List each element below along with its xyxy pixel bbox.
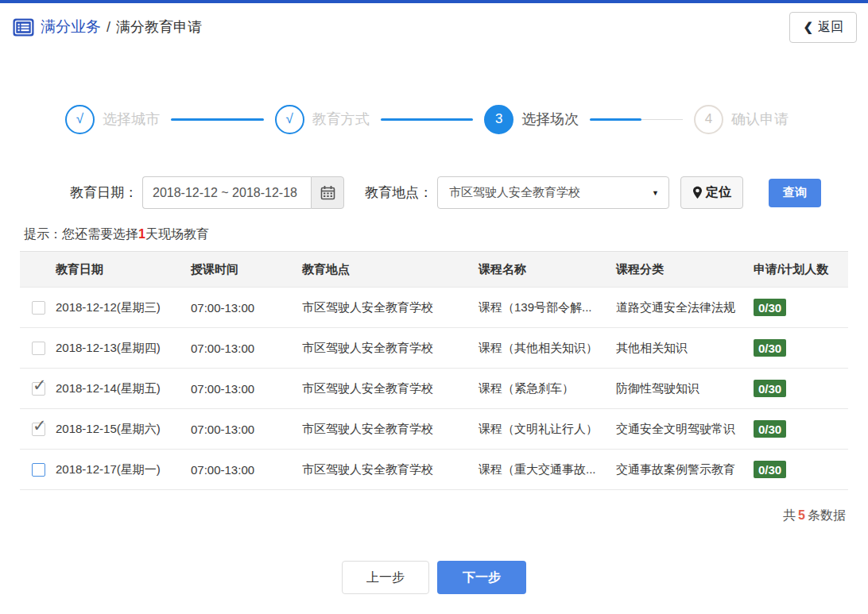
col-course-category: 课程分类 — [616, 252, 754, 288]
previous-step-button[interactable]: 上一步 — [342, 561, 429, 594]
session-table: 教育日期 授课时间 教育地点 课程名称 课程分类 申请/计划人数 ✓ 2018-… — [20, 251, 848, 490]
cell-course: 课程（文明礼让行人） — [479, 409, 616, 450]
cell-category: 防御性驾驶知识 — [616, 369, 754, 409]
locate-button[interactable]: 定位 — [680, 176, 743, 209]
back-button[interactable]: ❮ 返回 — [789, 12, 857, 43]
cell-course: 课程（其他相关知识） — [479, 328, 616, 369]
col-class-time: 授课时间 — [191, 252, 302, 288]
step-1-circle: √ — [65, 105, 95, 134]
step-connector-3 — [590, 118, 683, 121]
step-3-label: 选择场次 — [521, 110, 579, 129]
step-connector-1 — [171, 118, 264, 121]
caret-down-icon: ▼ — [652, 189, 659, 197]
table-row: ✓ 2018-12-17(星期一) 07:00-13:00 市区驾驶人安全教育学… — [20, 450, 848, 490]
step-2-circle: √ — [275, 105, 304, 134]
page-header: 满分业务 / 满分教育申请 ❮ 返回 — [0, 3, 868, 51]
calendar-button[interactable] — [311, 176, 344, 209]
checkbox-column-header — [20, 252, 56, 288]
hint-remaining-days: 1 — [138, 227, 145, 241]
row-checkbox[interactable]: ✓ — [32, 301, 45, 315]
summary-prefix: 共 — [783, 508, 796, 522]
cell-date: 2018-12-15(星期六) — [56, 409, 191, 450]
cell-time: 07:00-13:00 — [191, 328, 302, 369]
cell-category: 其他相关知识 — [616, 328, 754, 369]
cell-location: 市区驾驶人安全教育学校 — [302, 409, 479, 450]
next-step-button[interactable]: 下一步 — [437, 561, 526, 594]
table-row: ✓ 2018-12-12(星期三) 07:00-13:00 市区驾驶人安全教育学… — [20, 288, 848, 328]
record-count-summary: 共5条数据 — [0, 508, 846, 524]
step-select-city: √ 选择城市 — [65, 105, 160, 134]
step-connector-2 — [381, 118, 474, 121]
step-indicator: √ 选择城市 √ 教育方式 3 选择场次 4 确认申请 — [65, 103, 789, 135]
cell-time: 07:00-13:00 — [191, 450, 302, 490]
capacity-badge: 0/30 — [754, 380, 786, 397]
col-applied-planned: 申请/计划人数 — [754, 252, 848, 288]
cell-course: 课程（139号部令解... — [479, 288, 616, 328]
calendar-icon — [320, 185, 335, 200]
cell-category: 道路交通安全法律法规 — [616, 288, 754, 328]
cell-date: 2018-12-12(星期三) — [56, 288, 191, 328]
hint-prefix: 提示：您还需要选择 — [24, 227, 138, 241]
row-checkbox[interactable]: ✓ — [32, 423, 45, 436]
check-icon: ✓ — [33, 416, 47, 435]
cell-date: 2018-12-17(星期一) — [56, 450, 191, 490]
cell-location: 市区驾驶人安全教育学校 — [302, 450, 479, 490]
step-4-circle: 4 — [694, 105, 723, 134]
capacity-badge: 0/30 — [754, 299, 786, 316]
date-range-group — [142, 176, 344, 209]
cell-date: 2018-12-14(星期五) — [56, 369, 191, 409]
row-checkbox[interactable]: ✓ — [32, 342, 45, 355]
hint-suffix: 天现场教育 — [145, 227, 209, 241]
cell-time: 07:00-13:00 — [191, 369, 302, 409]
hint-message: 提示：您还需要选择1天现场教育 — [24, 226, 868, 243]
col-education-date: 教育日期 — [56, 252, 191, 288]
step-4-label: 确认申请 — [731, 110, 789, 129]
cell-date: 2018-12-13(星期四) — [56, 328, 191, 369]
breadcrumb-page-title: 满分教育申请 — [116, 17, 202, 37]
cell-location: 市区驾驶人安全教育学校 — [302, 369, 479, 409]
list-menu-icon — [13, 18, 34, 37]
step-3-circle: 3 — [484, 105, 513, 134]
step-education-mode: √ 教育方式 — [275, 105, 370, 134]
wizard-footer: 上一步 下一步 — [0, 561, 868, 594]
search-button[interactable]: 查询 — [769, 179, 821, 207]
capacity-badge: 0/30 — [754, 461, 786, 478]
cell-location: 市区驾驶人安全教育学校 — [302, 328, 479, 369]
chevron-left-icon: ❮ — [803, 20, 813, 34]
row-checkbox[interactable]: ✓ — [32, 382, 45, 396]
breadcrumb-section[interactable]: 满分业务 — [41, 17, 101, 37]
row-checkbox[interactable]: ✓ — [32, 463, 45, 477]
filter-bar: 教育日期： 教育地点： 市区驾驶人安全教育学校 ▼ 定位 查询 — [70, 176, 868, 209]
step-confirm-application: 4 确认申请 — [694, 105, 789, 134]
education-location-label: 教育地点： — [365, 183, 432, 202]
capacity-badge: 0/30 — [754, 339, 786, 357]
capacity-badge: 0/30 — [754, 420, 786, 438]
table-row: ✓ 2018-12-13(星期四) 07:00-13:00 市区驾驶人安全教育学… — [20, 328, 848, 369]
cell-time: 07:00-13:00 — [191, 409, 302, 450]
location-select[interactable]: 市区驾驶人安全教育学校 ▼ — [437, 176, 669, 209]
summary-count: 5 — [798, 508, 805, 522]
cell-time: 07:00-13:00 — [191, 288, 302, 328]
step-1-label: 选择城市 — [103, 110, 160, 129]
cell-location: 市区驾驶人安全教育学校 — [302, 288, 479, 328]
cell-course: 课程（重大交通事故... — [479, 450, 616, 490]
col-course-name: 课程名称 — [479, 252, 616, 288]
step-2-label: 教育方式 — [312, 110, 370, 129]
cell-category: 交通事故案例警示教育 — [616, 450, 754, 490]
check-icon: ✓ — [33, 376, 47, 395]
back-button-label: 返回 — [818, 19, 843, 36]
cell-category: 交通安全文明驾驶常识 — [616, 409, 754, 450]
location-select-value: 市区驾驶人安全教育学校 — [449, 185, 580, 200]
step-select-session: 3 选择场次 — [484, 105, 579, 134]
locate-button-label: 定位 — [706, 184, 731, 201]
date-range-input[interactable] — [142, 176, 311, 209]
table-row: ✓ 2018-12-15(星期六) 07:00-13:00 市区驾驶人安全教育学… — [20, 409, 848, 450]
table-header-row: 教育日期 授课时间 教育地点 课程名称 课程分类 申请/计划人数 — [20, 252, 848, 288]
col-location: 教育地点 — [302, 252, 479, 288]
summary-suffix: 条数据 — [808, 508, 846, 522]
cell-course: 课程（紧急刹车） — [479, 369, 616, 409]
education-date-label: 教育日期： — [70, 183, 138, 202]
table-row: ✓ 2018-12-14(星期五) 07:00-13:00 市区驾驶人安全教育学… — [20, 369, 848, 409]
map-pin-icon — [692, 186, 703, 199]
breadcrumb-separator: / — [107, 19, 110, 36]
